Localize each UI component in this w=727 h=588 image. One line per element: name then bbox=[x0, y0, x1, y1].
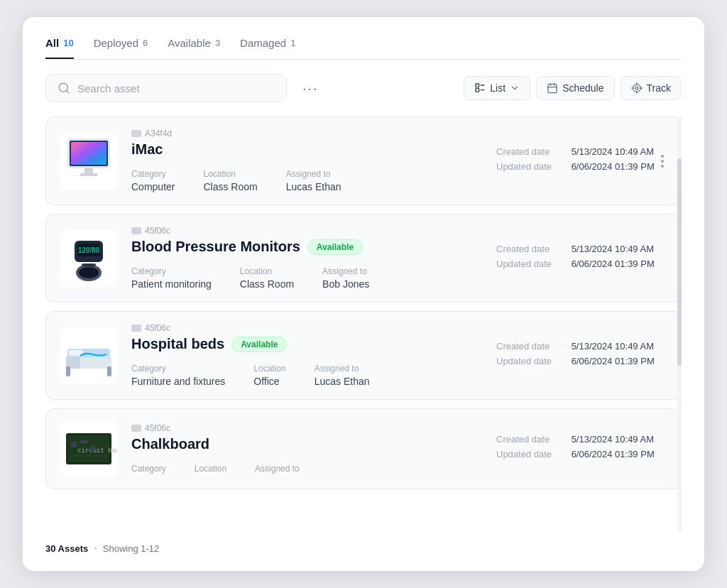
assigned-value: Bob Jones bbox=[322, 278, 369, 290]
updated-date-value: 6/06/2024 01:39 PM bbox=[572, 258, 655, 269]
asset-card[interactable]: 120/80 45f06c Blood Pressure Monitors Av… bbox=[45, 214, 682, 303]
updated-date-row: Updated date : 6/06/2024 01:39 PM bbox=[496, 161, 667, 172]
asset-card[interactable]: A34f4d iMac Category Computer Location C… bbox=[45, 116, 682, 205]
location-label: Location bbox=[203, 169, 257, 179]
tab-all[interactable]: All 10 bbox=[45, 37, 74, 59]
tabs-bar: All 10 Deployed 6 Available 3 Damaged 1 bbox=[45, 37, 682, 60]
toolbar: ··· List Schedule Track bbox=[45, 74, 682, 102]
category-label: Category bbox=[131, 169, 175, 179]
location-label: Location bbox=[240, 266, 294, 276]
schedule-view-label: Schedule bbox=[562, 82, 603, 94]
search-icon bbox=[58, 82, 70, 94]
status-badge: Available bbox=[307, 239, 363, 255]
svg-text:120/80: 120/80 bbox=[78, 246, 100, 254]
asset-main: 45f06c Chalkboard Category Location Assi… bbox=[131, 423, 482, 475]
asset-id: A34f4d bbox=[131, 129, 482, 138]
more-options-button[interactable]: ··· bbox=[295, 75, 326, 102]
total-count: 30 Assets bbox=[45, 543, 88, 554]
asset-id-text: 45f06c bbox=[145, 323, 170, 333]
asset-name: Chalkboard bbox=[131, 436, 482, 452]
svg-point-10 bbox=[635, 87, 638, 89]
category-label: Category bbox=[131, 266, 212, 276]
assigned-group: Assigned to Lucas Ethan bbox=[286, 169, 341, 193]
tab-damaged[interactable]: Damaged 1 bbox=[240, 37, 295, 59]
assigned-group: Assigned to bbox=[255, 464, 300, 475]
tab-available[interactable]: Available 3 bbox=[168, 37, 220, 59]
svg-rect-32 bbox=[71, 442, 77, 447]
svg-rect-15 bbox=[84, 168, 93, 174]
location-label: Location bbox=[195, 464, 226, 474]
chevron-down-icon bbox=[510, 83, 520, 93]
list-icon bbox=[474, 82, 486, 94]
asset-name: Hospital beds Available bbox=[131, 336, 482, 352]
asset-meta: Category Patient monitoring Location Cla… bbox=[131, 266, 482, 290]
tab-deployed[interactable]: Deployed 6 bbox=[94, 37, 148, 59]
location-label: Location bbox=[253, 364, 285, 374]
svg-rect-28 bbox=[107, 366, 111, 376]
asset-meta: Category Furniture and fixtures Location… bbox=[131, 364, 482, 388]
track-view-label: Track bbox=[647, 82, 671, 94]
asset-id: 45f06c bbox=[131, 423, 482, 433]
asset-dates: Created date : 5/13/2024 10:49 AM Update… bbox=[496, 146, 667, 176]
category-value: Furniture and fixtures bbox=[131, 376, 225, 387]
updated-date-value: 6/06/2024 01:39 PM bbox=[572, 356, 655, 366]
created-date-row: Created date : 5/13/2024 10:49 AM bbox=[496, 146, 667, 157]
assigned-label: Assigned to bbox=[322, 266, 369, 276]
created-date-row: Created date : 5/13/2024 10:49 AM bbox=[496, 341, 667, 352]
app-container: All 10 Deployed 6 Available 3 Damaged 1 … bbox=[23, 17, 704, 571]
created-date-label: Created date bbox=[496, 341, 560, 352]
asset-id-icon bbox=[131, 425, 141, 432]
search-input[interactable] bbox=[77, 82, 275, 94]
track-view-button[interactable]: Track bbox=[621, 76, 682, 100]
svg-point-22 bbox=[79, 267, 99, 278]
tab-available-count: 3 bbox=[215, 38, 220, 48]
footer: 30 Assets • Showing 1-12 bbox=[45, 543, 682, 554]
tab-damaged-label: Damaged bbox=[240, 37, 286, 49]
assigned-label: Assigned to bbox=[286, 169, 341, 179]
search-box[interactable] bbox=[45, 74, 287, 102]
asset-id-text: 45f06c bbox=[145, 423, 170, 433]
asset-main: 45f06c Hospital beds Available Category … bbox=[131, 323, 482, 388]
card-menu-button[interactable] bbox=[655, 151, 669, 172]
category-label: Category bbox=[131, 464, 166, 474]
asset-name: iMac bbox=[131, 141, 482, 158]
svg-rect-6 bbox=[548, 85, 557, 93]
asset-id-icon bbox=[131, 130, 141, 137]
assigned-group: Assigned to Bob Jones bbox=[322, 266, 369, 290]
scrollbar-thumb[interactable] bbox=[677, 158, 682, 366]
svg-text:circuit board: circuit board bbox=[77, 447, 117, 454]
svg-rect-16 bbox=[80, 173, 98, 176]
assigned-value: Lucas Ethan bbox=[315, 376, 370, 387]
location-group: Location Class Room bbox=[240, 266, 294, 290]
location-value: Class Room bbox=[240, 278, 294, 290]
location-icon bbox=[631, 82, 643, 94]
svg-rect-4 bbox=[476, 89, 479, 92]
location-group: Location Class Room bbox=[203, 169, 257, 193]
created-date-value: 5/13/2024 10:49 AM bbox=[572, 146, 654, 157]
created-date-value: 5/13/2024 10:49 AM bbox=[572, 434, 654, 445]
calendar-icon bbox=[547, 82, 558, 94]
schedule-view-button[interactable]: Schedule bbox=[536, 76, 614, 100]
svg-rect-2 bbox=[476, 84, 479, 87]
asset-card[interactable]: 45f06c Hospital beds Available Category … bbox=[45, 311, 682, 400]
location-value: Class Room bbox=[203, 181, 257, 192]
view-buttons: List Schedule Track bbox=[464, 76, 682, 100]
updated-date-row: Updated date : 6/06/2024 01:39 PM bbox=[496, 449, 667, 459]
created-date-value: 5/13/2024 10:49 AM bbox=[572, 341, 654, 352]
assigned-value: Lucas Ethan bbox=[286, 181, 341, 192]
asset-meta: Category Computer Location Class Room As… bbox=[131, 169, 482, 193]
updated-date-value: 6/06/2024 01:39 PM bbox=[572, 161, 655, 172]
asset-id: 45f06c bbox=[131, 226, 482, 236]
asset-main: A34f4d iMac Category Computer Location C… bbox=[131, 129, 482, 193]
asset-id-icon bbox=[131, 227, 141, 234]
asset-image: 120/80 bbox=[60, 230, 117, 287]
list-view-button[interactable]: List bbox=[464, 76, 530, 100]
svg-line-1 bbox=[66, 90, 68, 92]
asset-list-area: A34f4d iMac Category Computer Location C… bbox=[45, 116, 682, 532]
updated-date-label: Updated date bbox=[496, 449, 560, 459]
scrollbar-track bbox=[677, 116, 682, 532]
asset-main: 45f06c Blood Pressure Monitors Available… bbox=[131, 226, 482, 290]
asset-card[interactable]: circuit board 45f06c Chalkboard Category bbox=[45, 408, 682, 489]
tab-deployed-label: Deployed bbox=[94, 37, 138, 49]
asset-name: Blood Pressure Monitors Available bbox=[131, 239, 482, 255]
